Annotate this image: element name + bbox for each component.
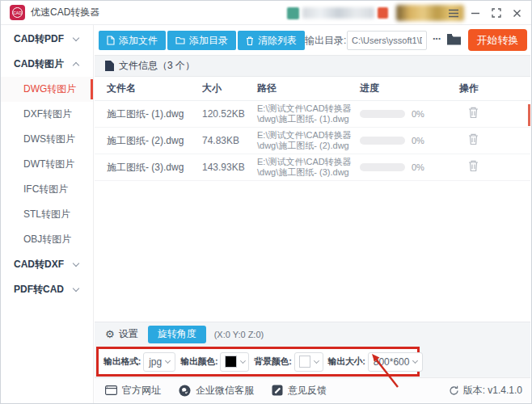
table-row: 施工图纸- (2).dwg 74.83KB E:\测试文件\CAD转换器\dwg… <box>95 128 530 154</box>
sidebar-item-label: DWS转图片 <box>23 133 75 146</box>
menu-icon[interactable] <box>445 4 462 22</box>
output-format-select[interactable]: jpg <box>143 352 175 372</box>
chevron-down-icon <box>165 358 171 364</box>
sidebar-item[interactable]: CAD转PDF <box>1 27 93 52</box>
footer-bar: 官方网址 企业微信客服 意见反馈 版本: v1.4.1.0 <box>95 377 530 402</box>
actions-cell <box>459 133 530 149</box>
output-format-label: 输出格式: <box>103 356 141 368</box>
chevron-down-icon <box>314 358 319 364</box>
progress-cell: 0% <box>360 109 459 119</box>
browser-icon <box>105 385 117 395</box>
delete-button[interactable] <box>467 106 479 119</box>
close-button[interactable] <box>508 4 526 22</box>
file-size-cell: 143.93KB <box>202 162 257 173</box>
settings-label: 设置 <box>119 327 138 341</box>
app-logo-emblem: CAD <box>12 7 23 18</box>
background-color-label: 背景颜色: <box>254 356 291 368</box>
file-path-cell: E:\测试文件\CAD转换器\dwg\施工图纸- (1).dwg <box>257 103 360 124</box>
sidebar-item-label: IFC转图片 <box>23 183 68 196</box>
chevron-down-icon <box>240 358 246 364</box>
add-file-button[interactable]: 添加文件 <box>99 31 166 50</box>
col-path: 路径 <box>257 82 360 95</box>
sidebar-item-label: DWG转图片 <box>23 82 76 96</box>
clear-list-button[interactable]: 清除列表 <box>238 31 305 50</box>
sidebar-item-label: DXF转图片 <box>23 107 72 121</box>
rotate-values: (X:0 Y:0 Z:0) <box>214 330 264 339</box>
file-name-cell: 施工图纸- (1).dwg <box>95 107 202 121</box>
col-actions: 操作 <box>459 82 530 95</box>
refresh-icon <box>449 385 459 396</box>
sidebar-item[interactable]: IFC转图片 <box>1 177 93 202</box>
title-bar: CAD 优速CAD转换器 <box>1 1 531 25</box>
scrollbar-marker <box>528 104 530 126</box>
trash-icon <box>467 106 479 119</box>
output-format-value: jpg <box>149 356 162 368</box>
sidebar-item-label: DWT转图片 <box>23 158 74 171</box>
settings-panel: ⚙ 设置 旋转角度 (X:0 Y:0 Z:0) 输出格式: jpg 输出颜色: … <box>95 322 530 379</box>
file-table: 施工图纸- (1).dwg 120.52KB E:\测试文件\CAD转换器\dw… <box>95 101 530 181</box>
start-convert-button[interactable]: 开始转换 <box>468 29 527 51</box>
wechat-support-link[interactable]: 企业微信客服 <box>179 384 254 398</box>
output-size-select[interactable]: 800*600 <box>368 352 424 372</box>
output-color-label: 输出颜色: <box>180 356 217 368</box>
promo-text-blurred <box>302 7 374 19</box>
feedback-link[interactable]: 意见反馈 <box>272 384 327 398</box>
maximize-button[interactable] <box>488 4 505 22</box>
app-title: 优速CAD转换器 <box>31 1 99 24</box>
sidebar-item[interactable]: DXF转图片 <box>1 102 93 127</box>
trash-icon <box>467 159 479 172</box>
version-label: 版本: v1.4.1.0 <box>463 384 522 398</box>
background-color-select[interactable] <box>294 352 323 372</box>
promo-icon <box>287 7 299 19</box>
table-row: 施工图纸- (1).dwg 120.52KB E:\测试文件\CAD转换器\dw… <box>95 101 530 128</box>
sidebar-item[interactable]: DWG转图片 <box>1 77 93 102</box>
progress-cell: 0% <box>360 162 459 172</box>
chevron-icon <box>73 62 79 69</box>
file-icon <box>107 36 115 45</box>
col-progress: 进度 <box>360 82 459 95</box>
gear-icon: ⚙ <box>105 328 115 340</box>
actions-cell <box>459 106 530 122</box>
app-logo: CAD <box>10 5 25 20</box>
rotate-angle-button[interactable]: 旋转角度 <box>148 326 206 343</box>
sidebar-item[interactable]: CAD转DXF <box>1 252 93 277</box>
app-window: CAD 优速CAD转换器 CAD转PDF <box>0 0 532 404</box>
sidebar-item[interactable]: OBJ转图片 <box>1 227 93 252</box>
actions-cell <box>459 159 530 175</box>
table-header: 文件名 大小 路径 进度 操作 <box>95 77 530 101</box>
document-icon <box>105 61 114 71</box>
sidebar: CAD转PDF CAD转图片 DWG转图片 DXF转图片 DWS转图片 <box>1 25 94 403</box>
trash-icon <box>467 133 479 145</box>
add-folder-button[interactable]: 添加目录 <box>167 31 236 50</box>
promo-banner-blurred[interactable] <box>287 5 388 21</box>
output-dir-input[interactable] <box>347 31 427 50</box>
sidebar-item[interactable]: CAD转图片 <box>1 52 93 77</box>
output-dir-label: 输出目录: <box>305 31 346 50</box>
sidebar-item-label: CAD转PDF <box>14 32 64 46</box>
progress-bar <box>360 163 405 171</box>
progress-label: 0% <box>412 136 424 145</box>
file-name-cell: 施工图纸- (3).dwg <box>95 161 202 175</box>
settings-toolbar: ⚙ 设置 旋转角度 (X:0 Y:0 Z:0) <box>95 322 530 346</box>
sidebar-item[interactable]: DWT转图片 <box>1 152 93 177</box>
sidebar-item-label: STL转图片 <box>23 208 70 221</box>
sidebar-item-label: PDF转CAD <box>14 283 64 297</box>
open-folder-icon[interactable] <box>446 33 462 48</box>
version-info: 版本: v1.4.1.0 <box>449 384 522 398</box>
file-info-label: 文件信息（3 个） <box>119 59 195 73</box>
output-color-select[interactable] <box>220 352 249 372</box>
delete-button[interactable] <box>467 159 479 172</box>
file-name-cell: 施工图纸- (2).dwg <box>95 134 202 148</box>
browse-button[interactable]: ··· <box>429 31 444 50</box>
output-size-value: 800*600 <box>374 356 410 368</box>
feedback-icon <box>272 385 283 396</box>
minimize-button[interactable] <box>467 4 484 22</box>
sidebar-item[interactable]: DWS转图片 <box>1 127 93 152</box>
file-path-cell: E:\测试文件\CAD转换器\dwg\施工图纸- (2).dwg <box>257 130 360 151</box>
official-site-link[interactable]: 官方网址 <box>105 384 161 398</box>
progress-bar <box>360 110 405 118</box>
sidebar-item[interactable]: STL转图片 <box>1 202 93 227</box>
delete-button[interactable] <box>467 133 479 145</box>
sidebar-item[interactable]: PDF转CAD <box>1 277 93 302</box>
file-info-bar: 文件信息（3 个） <box>95 55 530 77</box>
